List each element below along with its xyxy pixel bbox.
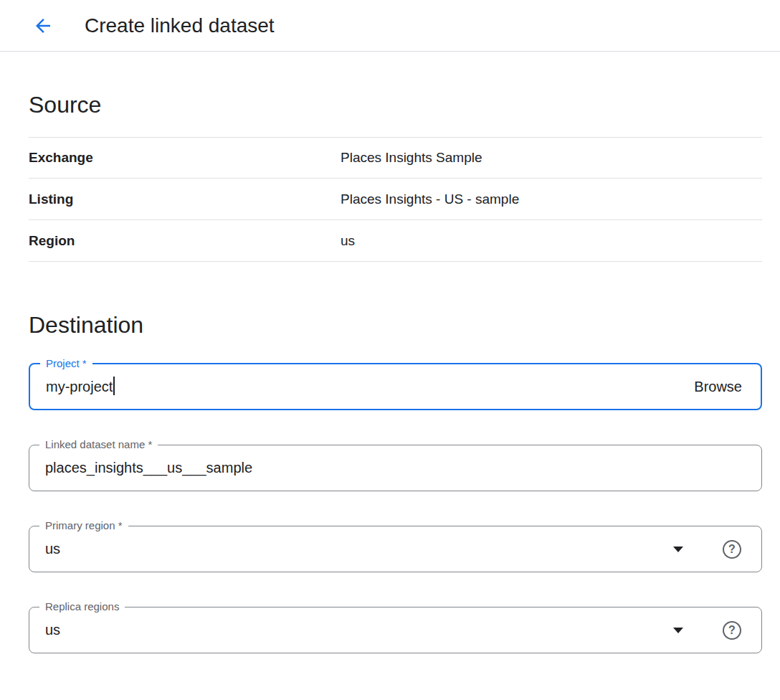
- replica-regions-select[interactable]: Replica regions us ?: [29, 607, 762, 653]
- source-heading: Source: [29, 92, 762, 118]
- text-cursor: [113, 377, 115, 395]
- linked-dataset-name-input[interactable]: places_insights___us___sample: [45, 460, 761, 476]
- help-icon[interactable]: ?: [723, 540, 741, 559]
- source-table: Exchange Places Insights Sample Listing …: [29, 137, 762, 262]
- exchange-label: Exchange: [29, 150, 341, 166]
- source-section: Source Exchange Places Insights Sample L…: [29, 92, 762, 262]
- back-button[interactable]: [26, 9, 60, 43]
- exchange-value: Places Insights Sample: [341, 150, 482, 166]
- destination-section: Destination Project * my-project Browse …: [29, 312, 762, 653]
- listing-label: Listing: [29, 191, 341, 207]
- page-title: Create linked dataset: [85, 14, 275, 37]
- destination-heading: Destination: [29, 312, 762, 339]
- chevron-down-icon[interactable]: [673, 628, 683, 633]
- replica-regions-label: Replica regions: [39, 600, 125, 614]
- arrow-back-icon: [32, 15, 54, 37]
- linked-dataset-name-field[interactable]: Linked dataset name * places_insights___…: [29, 445, 762, 491]
- listing-value: Places Insights - US - sample: [341, 191, 519, 207]
- table-row-exchange: Exchange Places Insights Sample: [29, 137, 762, 179]
- page-header: Create linked dataset: [0, 0, 780, 52]
- table-row-region: Region us: [29, 220, 762, 262]
- help-icon[interactable]: ?: [723, 621, 741, 640]
- primary-region-value: us: [45, 541, 60, 557]
- primary-region-label: Primary region *: [39, 519, 128, 533]
- linked-dataset-name-label: Linked dataset name *: [39, 438, 158, 452]
- project-field[interactable]: Project * my-project Browse: [29, 363, 762, 410]
- main-content: Source Exchange Places Insights Sample L…: [29, 92, 762, 653]
- project-input[interactable]: my-project: [46, 379, 113, 395]
- project-field-label: Project *: [40, 356, 92, 371]
- table-row-listing: Listing Places Insights - US - sample: [29, 179, 762, 220]
- chevron-down-icon[interactable]: [673, 547, 683, 552]
- region-label: Region: [29, 233, 341, 249]
- replica-regions-value: us: [45, 622, 60, 638]
- primary-region-select[interactable]: Primary region * us ?: [29, 526, 762, 572]
- browse-button[interactable]: Browse: [694, 379, 742, 395]
- region-value: us: [341, 233, 355, 249]
